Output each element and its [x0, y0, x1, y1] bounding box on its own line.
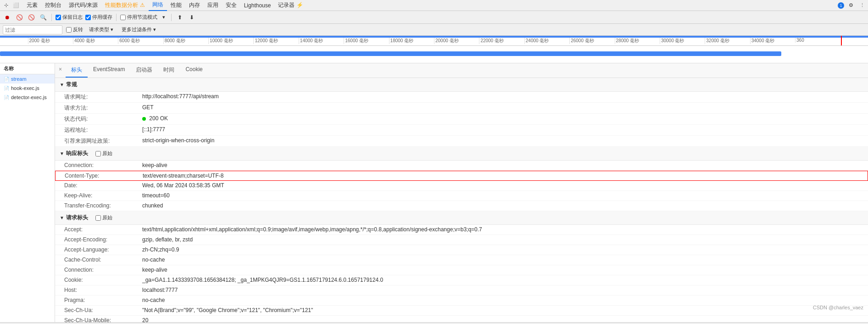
remote-addr-value: [::1]:7777: [142, 126, 863, 133]
watermark: CSDN @charles_vaez: [813, 305, 863, 310]
disable-throttle-checkbox[interactable]: 停用节流模式: [120, 14, 157, 21]
request-header-label: Accept-Language:: [64, 246, 142, 253]
request-type-dropdown[interactable]: 请求类型 ▾: [87, 25, 116, 34]
request-header-row: Sec-Ch-Ua-Mobile:20: [55, 316, 868, 322]
status-code-row: 状态代码: 200 OK: [55, 114, 868, 125]
throttle-dropdown[interactable]: ▾: [160, 13, 167, 22]
request-header-row: Accept-Encoding:gzip, deflate, br, zstd: [55, 235, 868, 245]
status-code-value: 200 OK: [142, 115, 863, 122]
file-type-icon: 📄: [4, 77, 9, 82]
file-item[interactable]: 📄detector-exec.js: [0, 93, 55, 102]
filter-input[interactable]: [3, 25, 62, 34]
tab-memory[interactable]: 内存: [185, 0, 204, 11]
stream-request-bar: [0, 51, 781, 56]
transfer-encoding-row: Transfer-Encoding: chunked: [55, 201, 868, 211]
request-headers-title: 请求标头: [66, 214, 88, 222]
timeline-tick: 34000 毫秒: [750, 38, 775, 44]
timeline-tick: 8000 毫秒: [163, 38, 185, 44]
request-url-value: http://localhost:7777/api/stream: [142, 93, 863, 100]
date-value: Wed, 06 Mar 2024 03:58:35 GMT: [142, 182, 863, 189]
request-header-value: "Not A(Brand";v="99", "Google Chrome";v=…: [142, 307, 863, 313]
tab-performance-data[interactable]: 性能数据分析 ⚠: [101, 0, 148, 11]
timeline-tick: 16000 毫秒: [344, 38, 368, 44]
tab-console[interactable]: 控制台: [41, 0, 65, 11]
request-header-row: Accept:text/html,application/xhtml+xml,a…: [55, 225, 868, 235]
more-icon[interactable]: ⋮: [858, 1, 866, 10]
request-header-row: Pragma:no-cache: [55, 296, 868, 306]
timeline-cursor: [841, 36, 842, 45]
tab-elements[interactable]: 元素: [23, 0, 41, 11]
date-label: Date:: [64, 182, 142, 189]
sep1: [51, 14, 52, 21]
response-raw-label[interactable]: 原始: [95, 150, 112, 157]
detail-tabs: × 标头 EventStream 启动器 时间 Cookie: [55, 63, 868, 78]
footer-tab-issues[interactable]: 问题: [33, 322, 51, 324]
tab-timing[interactable]: 时间: [158, 63, 180, 78]
timeline-bar[interactable]: 2000 毫秒4000 毫秒6000 毫秒8000 毫秒10000 毫秒1200…: [0, 36, 868, 46]
sep3: [171, 14, 172, 21]
stop-btn[interactable]: 🚫: [15, 13, 24, 22]
tab-eventstream[interactable]: EventStream: [88, 63, 130, 78]
tab-initiator[interactable]: 启动器: [130, 63, 158, 78]
request-header-value: _ga=GA1.1.1433393708.1656384128; _ga_1MP…: [142, 277, 863, 283]
request-headers-toggle[interactable]: ▼: [60, 215, 64, 220]
request-headers-section: ▼ 请求标头 原始: [55, 211, 868, 225]
device-icon[interactable]: ⬜: [12, 1, 20, 10]
request-header-value: text/html,application/xhtml+xml,applicat…: [142, 226, 863, 233]
settings-icon[interactable]: ⚙: [847, 1, 855, 10]
request-header-label: Cache-Control:: [64, 257, 142, 263]
request-url-row: 请求网址: http://localhost:7777/api/stream: [55, 92, 868, 103]
footer-tab-changes[interactable]: 变更: [57, 322, 75, 324]
status-code-label: 状态代码:: [64, 115, 142, 123]
response-headers-toggle[interactable]: ▼: [60, 151, 64, 156]
referrer-policy-row: 引荐来源网址政策: strict-origin-when-cross-origi…: [55, 136, 868, 147]
clear-btn[interactable]: 🚫: [27, 13, 36, 22]
response-connection-label: Connection:: [64, 162, 142, 168]
general-toggle[interactable]: ▼: [60, 82, 64, 87]
devtools-icons: ⊹ ⬜: [2, 1, 20, 10]
request-header-row: Sec-Ch-Ua:"Not A(Brand";v="99", "Google …: [55, 306, 868, 316]
request-header-label: Pragma:: [64, 297, 142, 303]
detail-tab-close[interactable]: ×: [55, 63, 66, 78]
timeline-tick: 30000 毫秒: [660, 38, 684, 44]
tab-security[interactable]: 安全: [222, 0, 240, 11]
pointer-icon[interactable]: ⊹: [2, 1, 10, 10]
request-header-value: no-cache: [142, 297, 863, 303]
tab-application[interactable]: 应用: [204, 0, 222, 11]
file-item[interactable]: 📄stream: [0, 74, 55, 84]
more-filters-dropdown[interactable]: 更多过滤条件 ▾: [119, 25, 158, 34]
preserve-log-checkbox[interactable]: 保留日志: [56, 14, 83, 21]
tab-source[interactable]: 源代码/来源: [65, 0, 101, 11]
invert-checkbox[interactable]: 反转: [66, 26, 83, 33]
record-btn[interactable]: ⏺: [3, 13, 12, 22]
referrer-policy-value: strict-origin-when-cross-origin: [142, 137, 863, 144]
timeline-tick: 26000 毫秒: [569, 38, 594, 44]
tab-cookie[interactable]: Cookie: [180, 63, 208, 78]
search-btn[interactable]: 🔍: [39, 13, 48, 22]
footer-tab-console[interactable]: 控制台: [4, 322, 28, 324]
disable-cache-checkbox[interactable]: 停用缓存: [85, 14, 112, 21]
keep-alive-label: Keep-Alive:: [64, 192, 142, 199]
request-method-row: 请求方法: GET: [55, 103, 868, 114]
request-header-label: Sec-Ch-Ua-Mobile:: [64, 317, 142, 322]
tab-network[interactable]: 网络: [149, 0, 167, 11]
tab-recorder[interactable]: 记录器 ⚡: [274, 0, 306, 11]
remote-addr-label: 远程地址:: [64, 126, 142, 134]
request-raw-label[interactable]: 原始: [95, 214, 112, 221]
keep-alive-row: Keep-Alive: timeout=60: [55, 191, 868, 201]
timeline-tick: 360: [795, 38, 804, 43]
file-item[interactable]: 📄hook-exec.js: [0, 84, 55, 93]
timeline-tick: 32000 毫秒: [705, 38, 729, 44]
export-btn[interactable]: ⬇: [187, 13, 196, 22]
referrer-policy-label: 引荐来源网址政策:: [64, 137, 142, 145]
import-btn[interactable]: ⬆: [175, 13, 184, 22]
content-type-row: Content-Type: text/event-stream;charset=…: [55, 171, 868, 181]
timeline-tick: 10000 毫秒: [208, 38, 233, 44]
tab-performance[interactable]: 性能: [167, 0, 185, 11]
tab-lighthouse[interactable]: Lighthouse: [240, 0, 275, 11]
timeline-tick: 24000 毫秒: [524, 38, 549, 44]
tab-headers[interactable]: 标头: [66, 63, 88, 78]
request-header-row: Connection:keep-alive: [55, 265, 868, 275]
filter-bar: 反转 请求类型 ▾ 更多过滤条件 ▾: [0, 24, 868, 36]
timeline-tick: 4000 毫秒: [73, 38, 95, 44]
